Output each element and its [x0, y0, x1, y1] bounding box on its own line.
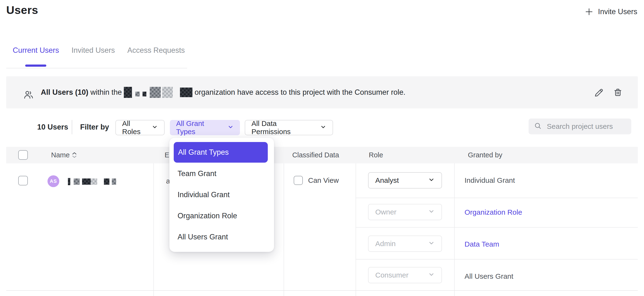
granted-by-individual-grant: Individual Grant [464, 172, 515, 188]
granted-by-data-team-link[interactable]: Data Team [464, 236, 499, 252]
menu-item-organization-role[interactable]: Organization Role [178, 205, 266, 226]
plus-icon [584, 7, 594, 16]
chevron-down-icon [428, 208, 435, 216]
redacted-user-name [68, 178, 116, 185]
delete-banner-button[interactable] [612, 87, 623, 99]
sub-row-separator [356, 198, 638, 198]
edit-banner-button[interactable] [594, 87, 604, 99]
sort-icon [72, 152, 77, 158]
column-header-name[interactable]: Name [51, 147, 77, 163]
banner-mid: within the [88, 88, 124, 97]
invite-users-label: Invite Users [598, 8, 637, 16]
row-checkbox[interactable] [18, 176, 28, 186]
role-value: Consumer [375, 271, 408, 279]
role-value: Owner [375, 208, 396, 216]
all-data-permissions-label: All Data Permissions [252, 120, 315, 136]
banner-tail: organization have access to this project… [192, 88, 405, 97]
menu-item-all-grant-types[interactable]: All Grant Types [174, 142, 268, 163]
users-page: Users Invite Users Current Users Invited… [0, 0, 644, 296]
can-view-label: Can View [308, 163, 339, 198]
banner-text: All Users (10) within the organization h… [41, 76, 406, 108]
users-group-icon [24, 90, 34, 100]
column-header-granted-by: Granted by [468, 147, 502, 163]
all-grant-types-label: All Grant Types [176, 120, 222, 136]
trash-icon [612, 94, 623, 98]
role-select-admin: Admin [368, 236, 442, 252]
tab-invited-users[interactable]: Invited Users [72, 46, 115, 55]
avatar: AS [48, 175, 59, 187]
filter-by-label: Filter by [80, 118, 109, 136]
active-tab-indicator [25, 64, 46, 67]
chevron-down-icon [428, 240, 435, 248]
row-separator [6, 290, 638, 291]
column-divider [356, 163, 356, 296]
redacted-org-name [124, 87, 192, 98]
column-header-classified-data: Classified Data [292, 147, 339, 163]
granted-by-organization-role-link[interactable]: Organization Role [464, 204, 522, 220]
tab-access-requests[interactable]: Access Requests [128, 46, 185, 55]
role-select-analyst[interactable]: Analyst [368, 172, 442, 188]
name-header-label: Name [51, 151, 70, 159]
all-roles-label: All Roles [122, 120, 146, 136]
all-data-permissions-filter[interactable]: All Data Permissions [245, 120, 333, 135]
classified-header-label: Classified Data [292, 151, 339, 159]
page-title: Users [6, 3, 38, 16]
granted-by-header-label: Granted by [468, 151, 502, 159]
all-grant-types-filter[interactable]: All Grant Types [170, 120, 240, 135]
search-input[interactable] [547, 122, 626, 130]
sub-row-separator [356, 227, 638, 228]
chevron-down-icon [152, 124, 158, 132]
column-header-email: E [164, 147, 169, 163]
chevron-down-icon [428, 271, 435, 280]
email-header-partial: E [164, 151, 169, 159]
menu-item-individual-grant[interactable]: Individual Grant [178, 184, 266, 205]
tab-current-users[interactable]: Current Users [13, 46, 59, 55]
chevron-down-icon [320, 124, 326, 132]
role-value: Analyst [375, 176, 399, 184]
column-header-role: Role [369, 147, 383, 163]
column-divider [153, 163, 154, 296]
invite-users-button[interactable]: Invite Users [584, 7, 637, 16]
role-select-owner: Owner [368, 204, 442, 220]
tab-bar: Current Users Invited Users Access Reque… [13, 46, 185, 55]
banner-bold: All Users (10) [41, 88, 88, 97]
role-header-label: Role [369, 151, 383, 159]
select-all-checkbox[interactable] [18, 150, 28, 160]
users-count: 10 Users [37, 118, 68, 136]
pencil-icon [594, 94, 604, 98]
role-select-consumer: Consumer [368, 267, 442, 283]
sub-row-separator [356, 259, 638, 260]
all-roles-filter[interactable]: All Roles [116, 120, 164, 135]
toolbar-divider [72, 120, 72, 134]
menu-item-team-grant[interactable]: Team Grant [178, 163, 266, 184]
tab-underline [6, 68, 187, 68]
chevron-down-icon [428, 176, 435, 185]
role-value: Admin [375, 240, 396, 248]
search-icon [534, 122, 542, 131]
chevron-down-icon [228, 124, 234, 132]
menu-item-all-users-grant[interactable]: All Users Grant [178, 226, 266, 248]
column-divider [284, 163, 284, 296]
can-view-checkbox[interactable] [294, 176, 303, 185]
search-box [528, 118, 631, 134]
column-divider [454, 163, 455, 296]
granted-by-all-users-grant: All Users Grant [464, 268, 513, 284]
